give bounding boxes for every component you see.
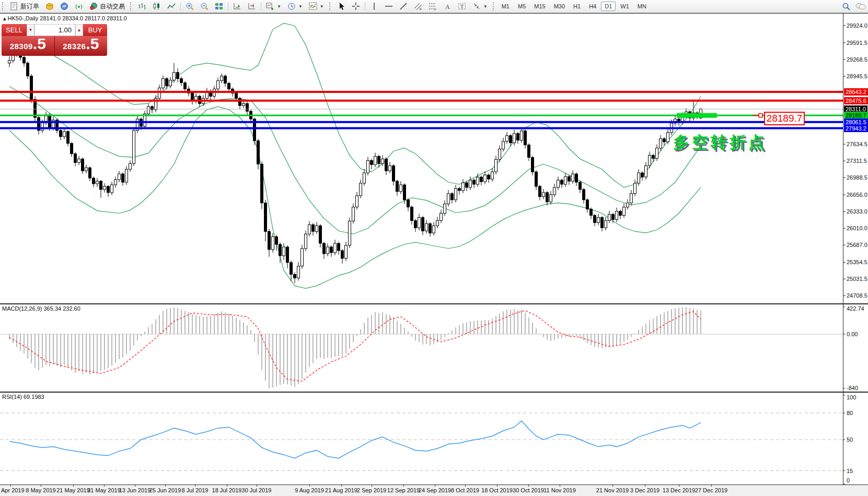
horizontal-line-tool-button[interactable] (381, 0, 396, 13)
date-tick (560, 485, 560, 487)
search-icon[interactable] (842, 2, 850, 10)
sell-price-display[interactable]: 28309 .5 (2, 36, 55, 56)
price-tick-label: 26333.0 (847, 208, 867, 215)
dropdown-arrow-icon: ▼ (298, 4, 303, 9)
auto-scroll-button[interactable] (230, 0, 245, 13)
arrows-tool-button[interactable]: ▼ (469, 0, 491, 13)
timeframe-h4-button[interactable]: H4 (585, 2, 600, 11)
price-axis[interactable]: 29924.029591.529268.528945.527634.527311… (843, 14, 868, 303)
timeframe-m5-button[interactable]: M5 (514, 2, 529, 11)
rsi-canvas[interactable] (0, 393, 868, 485)
horizontal-line-icon (385, 2, 393, 10)
volume-input[interactable]: 1.00 (34, 24, 75, 36)
candlestick-mode-button[interactable] (149, 0, 164, 13)
macd-canvas[interactable] (0, 304, 868, 392)
cursor-tool-button[interactable] (334, 0, 349, 13)
profiles-button[interactable] (42, 0, 57, 13)
price-callout-label[interactable]: 28189.7 (764, 112, 805, 125)
price-level-tag: 28643.2 (844, 88, 868, 96)
date-label: 13 Dec 2019 (663, 487, 695, 493)
timeframe-mn-button[interactable]: MN (634, 2, 650, 11)
signals-button[interactable] (72, 0, 86, 13)
svg-text:F: F (434, 8, 436, 11)
date-label: 8 Oct 2019 (451, 487, 479, 493)
timeframe-w1-button[interactable]: W1 (617, 2, 633, 11)
line-chart-mode-button[interactable] (164, 0, 179, 13)
rsi-axis[interactable]: 1008050150 (843, 393, 868, 485)
toolbar-grip[interactable] (130, 2, 133, 10)
date-tick (612, 485, 613, 487)
rsi-tick-label: 50 (847, 436, 853, 443)
auto-trading-button[interactable]: 自动交易 (86, 0, 128, 13)
periods-button[interactable]: ▼ (284, 0, 306, 13)
macd-axis[interactable]: 422.740.00-840 (843, 304, 868, 392)
text-label-tool-button[interactable]: T (455, 0, 469, 13)
zoom-out-button[interactable] (197, 0, 212, 13)
buy-button[interactable]: BUY (83, 24, 107, 36)
date-label: 27 Dec 2019 (695, 487, 727, 493)
trendline-tool-button[interactable] (396, 0, 411, 13)
zoom-in-button[interactable] (182, 0, 197, 13)
macd-panel[interactable]: 422.740.00-840 MACD(12,26,9) 365.34 232.… (0, 304, 868, 392)
svg-text:E: E (420, 7, 422, 10)
price-chart-canvas[interactable] (0, 14, 868, 303)
date-tick (497, 485, 497, 487)
bar-chart-mode-button[interactable] (135, 0, 149, 13)
toolbar-grip[interactable] (493, 2, 495, 10)
price-chart-panel[interactable]: 29924.029591.529268.528945.527634.527311… (0, 13, 868, 304)
timeframe-h1-button[interactable]: H1 (570, 2, 584, 11)
vertical-line-tool-button[interactable] (367, 0, 381, 13)
trendline-icon (399, 2, 408, 10)
timeframe-m30-button[interactable]: M30 (550, 2, 569, 11)
date-label: 5 Apr 2019 (0, 487, 25, 493)
arrows-icon (472, 2, 481, 10)
equidistant-channel-icon: E (414, 2, 422, 10)
date-label: 31 May 2019 (87, 487, 121, 493)
channel-tool-button[interactable]: E (411, 0, 425, 13)
chart-shift-button[interactable] (245, 0, 259, 13)
date-label: 11 Nov 2019 (543, 487, 576, 493)
date-axis[interactable]: 5 Apr 20198 May 201921 May 201931 May 20… (0, 485, 868, 496)
chat-icon[interactable] (855, 2, 864, 10)
date-label: 21 Nov 2019 (596, 487, 629, 493)
low-value: 28117.0 (85, 15, 105, 21)
collapse-arrow-icon[interactable]: ▴ (3, 15, 6, 21)
buy-price-display[interactable]: 28326 .5 (55, 36, 108, 56)
market-watch-button[interactable] (57, 0, 72, 13)
toolbar-grip[interactable] (2, 2, 5, 10)
auto-trading-icon (89, 2, 98, 10)
volume-decrease-button[interactable]: ▼ (27, 24, 34, 36)
volume-increase-button[interactable]: ▲ (75, 24, 83, 36)
date-tick (10, 485, 11, 487)
text-tool-button[interactable]: A (440, 0, 455, 13)
date-label: 18 Oct 2019 (481, 487, 513, 493)
date-label: 18 Jul 2019 (212, 487, 242, 493)
timeframe-d1-button[interactable]: D1 (601, 2, 616, 11)
symbol-period-label: HK50-,Daily (8, 15, 39, 21)
toolbar-grip[interactable] (329, 2, 332, 10)
timeframe-group: M1M5M15M30H1H4D1W1MN (497, 3, 651, 10)
new-order-button[interactable]: 新订单 (7, 0, 42, 13)
date-tick (135, 485, 135, 487)
indicators-button[interactable]: ▼ (306, 0, 327, 13)
date-tick (403, 485, 404, 487)
timeframe-m15-button[interactable]: M15 (530, 2, 549, 11)
dropdown-arrow-icon: ▼ (277, 4, 281, 9)
fibonacci-tool-button[interactable]: F (425, 0, 440, 13)
candlestick-icon (153, 2, 161, 10)
tile-windows-button[interactable] (212, 0, 226, 13)
timeframe-m1-button[interactable]: M1 (498, 2, 513, 11)
indicators-icon (309, 2, 317, 10)
crosshair-icon (352, 2, 360, 10)
profiles-icon (45, 2, 54, 10)
sell-price-fraction: .5 (33, 36, 46, 52)
date-tick (309, 485, 310, 487)
fibonacci-icon: F (429, 2, 437, 10)
rsi-label: RSI(14) 69.1983 (2, 394, 44, 400)
price-tick-label: 26988.5 (847, 174, 867, 181)
crosshair-tool-button[interactable] (349, 0, 363, 13)
rsi-panel[interactable]: 1008050150 RSI(14) 69.1983 (0, 392, 868, 485)
sell-button[interactable]: SELL (2, 24, 27, 36)
date-tick (104, 485, 105, 487)
new-chart-button[interactable]: ▼ (263, 0, 284, 13)
